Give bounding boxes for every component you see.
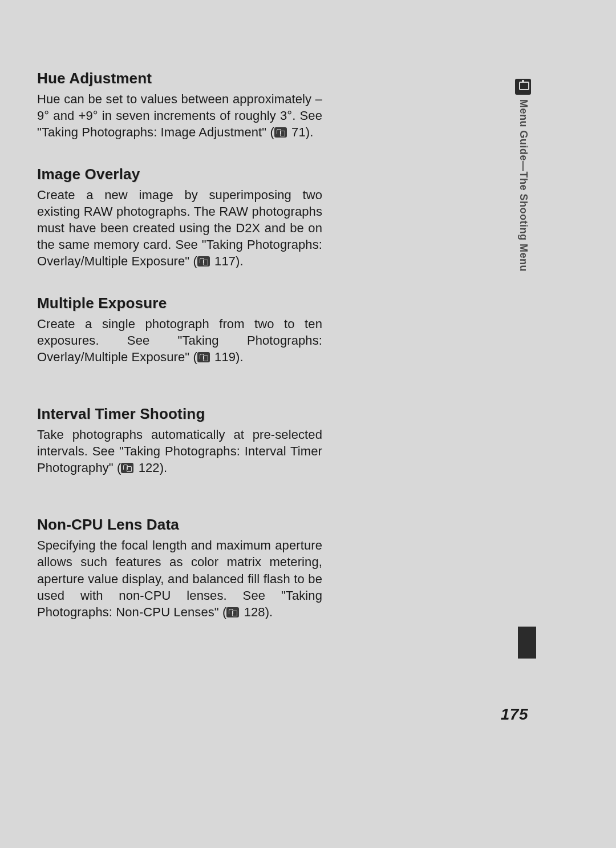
page-ref-icon bbox=[226, 607, 239, 617]
body-text-pre: Create a new image by superimposing two … bbox=[37, 188, 322, 268]
section-multiple-exposure: Multiple Exposure Create a single photog… bbox=[37, 294, 322, 365]
body-text-post: ). bbox=[265, 605, 273, 619]
page-ref-icon bbox=[197, 256, 210, 266]
page-ref-number: 71 bbox=[291, 125, 306, 139]
page-ref-icon bbox=[274, 127, 287, 138]
section-heading: Image Overlay bbox=[37, 165, 322, 183]
page-ref-icon bbox=[121, 463, 133, 473]
body-text-post: ). bbox=[236, 350, 244, 364]
manual-page: Hue Adjustment Hue can be set to values … bbox=[0, 0, 616, 848]
page-ref-number: 119 bbox=[214, 350, 236, 364]
page-ref-number: 128 bbox=[244, 605, 265, 619]
section-body: Create a single photograph from two to t… bbox=[37, 316, 322, 365]
body-text-post: ). bbox=[236, 254, 244, 268]
section-image-overlay: Image Overlay Create a new image by supe… bbox=[37, 165, 322, 269]
section-body: Specifying the focal length and maximum … bbox=[37, 537, 322, 620]
section-body: Take photographs automatically at pre-se… bbox=[37, 426, 322, 476]
section-non-cpu-lens: Non-CPU Lens Data Specifying the focal l… bbox=[37, 516, 322, 620]
section-hue-adjustment: Hue Adjustment Hue can be set to values … bbox=[37, 70, 322, 140]
section-heading: Non-CPU Lens Data bbox=[37, 516, 322, 534]
page-ref-number: 122 bbox=[139, 461, 160, 475]
page-number: 175 bbox=[501, 705, 528, 724]
side-tab: Menu Guide—The Shooting Menu bbox=[514, 79, 532, 272]
section-interval-timer: Interval Timer Shooting Take photographs… bbox=[37, 405, 322, 476]
camera-icon bbox=[515, 79, 531, 95]
section-heading: Interval Timer Shooting bbox=[37, 405, 322, 423]
page-ref-icon bbox=[197, 352, 210, 362]
section-heading: Multiple Exposure bbox=[37, 294, 322, 312]
body-text-post: ). bbox=[160, 461, 168, 475]
body-text-pre: Create a single photograph from two to t… bbox=[37, 317, 322, 364]
page-ref-number: 117 bbox=[214, 254, 236, 268]
content-column: Hue Adjustment Hue can be set to values … bbox=[37, 70, 322, 645]
body-text-pre: Take photographs automatically at pre-se… bbox=[37, 427, 322, 475]
section-body: Hue can be set to values between approxi… bbox=[37, 91, 322, 140]
body-text-post: ). bbox=[306, 125, 314, 139]
body-text-pre: Specifying the focal length and maximum … bbox=[37, 538, 322, 619]
thumb-index-tab bbox=[518, 627, 536, 659]
side-tab-label: Menu Guide—The Shooting Menu bbox=[517, 99, 529, 272]
section-body: Create a new image by superimposing two … bbox=[37, 187, 322, 269]
section-heading: Hue Adjustment bbox=[37, 70, 322, 87]
